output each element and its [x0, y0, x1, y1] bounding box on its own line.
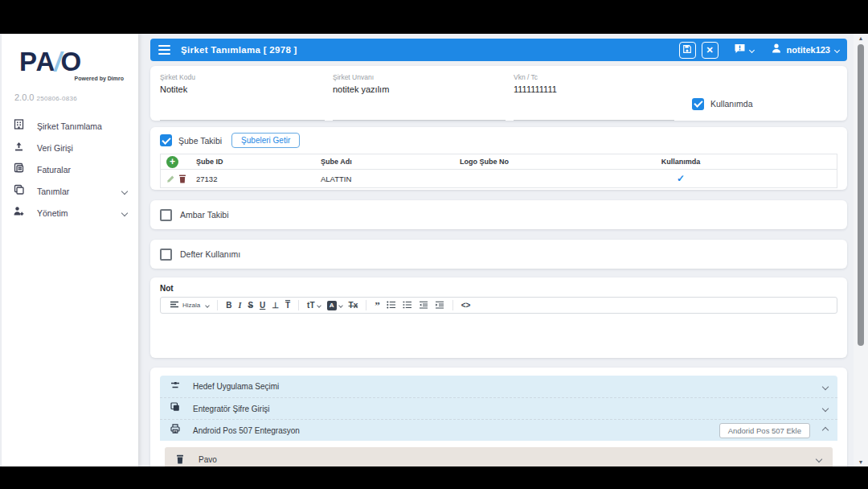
trash-icon[interactable]: [176, 454, 184, 464]
accordion-hedef-uygulama[interactable]: Hedef Uygulama Seçimi: [160, 376, 837, 397]
chevron-down-icon: [121, 187, 128, 194]
kullanimda-check-icon: ✓: [677, 173, 685, 184]
sidebar-item-label: Veri Girişi: [37, 143, 73, 153]
pavo-logo-text: PA/O: [19, 50, 124, 74]
sube-takibi-checkbox[interactable]: [160, 134, 172, 146]
ambar-takibi-checkbox[interactable]: [160, 209, 172, 221]
sidebar-item-yonetim[interactable]: Yönetim: [2, 202, 138, 224]
field-label: Şirket Unvanı: [333, 73, 506, 81]
outdent-icon: [419, 301, 428, 310]
subeleri-getir-button[interactable]: Şubeleri Getir: [231, 133, 300, 148]
numbered-list-icon: [403, 301, 412, 310]
close-button[interactable]: ✕: [702, 42, 719, 59]
header-actions: ✕ notitek123: [679, 42, 839, 59]
clear-format-button[interactable]: Tx: [346, 302, 362, 310]
indent-button[interactable]: [432, 301, 448, 310]
vkn-tc-input[interactable]: Vkn / Tc 1111111111: [514, 73, 674, 121]
add-row-icon[interactable]: +: [166, 156, 178, 168]
sidebar: PA/O Powered by Dimro 2.0.0 250806-0836 …: [2, 34, 138, 466]
edit-row-icon[interactable]: [166, 175, 175, 183]
sube-takibi-label: Şube Takibi: [178, 136, 222, 146]
sidebar-item-veri-girisi[interactable]: Veri Girişi: [2, 137, 138, 158]
numbered-list-button[interactable]: [399, 301, 416, 310]
sirket-kodu-input[interactable]: Şirket Kodu Notitek: [160, 73, 325, 121]
subscript-button[interactable]: ⊥: [268, 302, 282, 310]
align-dropdown[interactable]: Hizala: [166, 301, 212, 310]
sube-takibi-row: Şube Takibi Şubeleri Getir: [160, 133, 837, 148]
android-pos-ekle-button[interactable]: Andorid Pos 507 Ekle: [719, 423, 810, 438]
strikethrough-button[interactable]: S: [244, 302, 256, 310]
pavo-logo: PA/O Powered by Dimro: [2, 45, 138, 81]
sidebar-item-label: Tanımlar: [37, 187, 69, 196]
richtext-toolbar: Hizala B I S U ⊥ T tT A: [160, 297, 837, 314]
scrollbar-thumb[interactable]: [858, 44, 864, 346]
accordion-label: Entegratör Şifre Girişi: [193, 405, 270, 413]
superscript-button[interactable]: T: [282, 302, 293, 310]
close-icon: ✕: [706, 46, 713, 55]
chevron-down-icon: [317, 303, 321, 308]
accordion-label: Hedef Uygulama Seçimi: [193, 382, 279, 391]
main-content: Şirket Tanımlama [ 2978 ] ✕: [138, 34, 854, 466]
chevron-down-icon: [749, 47, 755, 52]
accordion-android-pos[interactable]: Android Pos 507 Entegrasyon Andorid Pos …: [160, 419, 837, 441]
sidebar-item-faturalar[interactable]: Faturalar: [2, 158, 138, 180]
scroll-up-arrow[interactable]: ▲: [854, 35, 868, 41]
sub-accordion-pavo[interactable]: Pavo: [165, 447, 833, 466]
upload-icon: [13, 140, 25, 155]
sube-takibi-card: Şube Takibi Şubeleri Getir + Şube ID Şub…: [150, 127, 847, 190]
bold-button[interactable]: B: [223, 302, 235, 310]
delete-row-icon[interactable]: [178, 175, 186, 183]
sidebar-item-tanimlar[interactable]: Tanımlar: [2, 180, 138, 202]
chevron-down-icon: [121, 209, 128, 216]
sube-table: + Şube ID Şube Adı Logo Şube No Kullanım…: [160, 154, 837, 188]
notifications-dropdown[interactable]: [734, 43, 754, 58]
username-label: notitek123: [787, 45, 830, 55]
save-button[interactable]: [679, 42, 696, 59]
copy-icon: [170, 401, 181, 416]
code-view-button[interactable]: <>: [458, 302, 474, 310]
hamburger-menu-icon[interactable]: [158, 45, 170, 55]
page-header: Şirket Tanımlama [ 2978 ] ✕: [150, 39, 847, 61]
blockquote-button[interactable]: ”: [371, 300, 383, 310]
accordion-entegrator-sifre[interactable]: Entegratör Şifre Girişi: [160, 397, 837, 419]
italic-button[interactable]: I: [235, 302, 244, 310]
building-icon: [13, 118, 25, 134]
table-row: 27132 ALATTIN ✓: [161, 170, 837, 187]
kullanimda-checkbox[interactable]: [692, 98, 704, 110]
chevron-down-icon: [822, 405, 829, 412]
field-label: Şirket Kodu: [160, 73, 325, 81]
not-label: Not: [160, 284, 837, 293]
user-gear-icon: [13, 205, 25, 220]
sidebar-item-label: Faturalar: [37, 165, 71, 175]
app-canvas: PA/O Powered by Dimro 2.0.0 250806-0836 …: [0, 0, 868, 489]
ambar-takibi-card: Ambar Takibi: [150, 200, 847, 229]
scroll-down-arrow[interactable]: ▼: [854, 459, 868, 465]
powered-by-label: Powered by Dimro: [19, 76, 124, 81]
note-editor-input[interactable]: [160, 314, 837, 364]
bullet-list-button[interactable]: [383, 301, 399, 310]
not-card: Not Hizala B I S U ⊥ T: [150, 277, 847, 358]
defter-kullanimi-checkbox[interactable]: [160, 249, 172, 261]
cell-sube-adi: ALATTIN: [321, 175, 460, 183]
text-color-dropdown[interactable]: A: [324, 301, 346, 310]
kullanimda-label: Kullanımda: [710, 99, 753, 109]
sirket-unvani-input[interactable]: Şirket Unvanı notitek yazılım: [333, 73, 506, 121]
col-header-kullanimda: Kullanımda: [633, 158, 729, 166]
field-value: 1111111111: [514, 84, 674, 94]
font-size-dropdown[interactable]: tT: [304, 302, 323, 310]
underline-button[interactable]: U: [256, 302, 268, 310]
col-header-sube-id: Şube ID: [196, 158, 321, 166]
field-label: Vkn / Tc: [514, 73, 674, 81]
chevron-up-icon: [822, 427, 829, 434]
sidebar-nav: Şirket Tanımlama Veri Girişi Faturalar: [2, 115, 138, 224]
build-label: 250806-0836: [37, 95, 77, 102]
outdent-button[interactable]: [416, 301, 432, 310]
sidebar-item-sirket-tanimlama[interactable]: Şirket Tanımlama: [2, 115, 138, 137]
user-menu[interactable]: notitek123: [771, 43, 839, 57]
ambar-takibi-label: Ambar Takibi: [180, 210, 229, 220]
bullet-list-icon: [387, 301, 396, 310]
align-label: Hizala: [182, 302, 200, 309]
sube-table-header: + Şube ID Şube Adı Logo Şube No Kullanım…: [161, 154, 837, 170]
save-icon: [682, 43, 692, 57]
sidebar-item-label: Yönetim: [37, 208, 68, 218]
